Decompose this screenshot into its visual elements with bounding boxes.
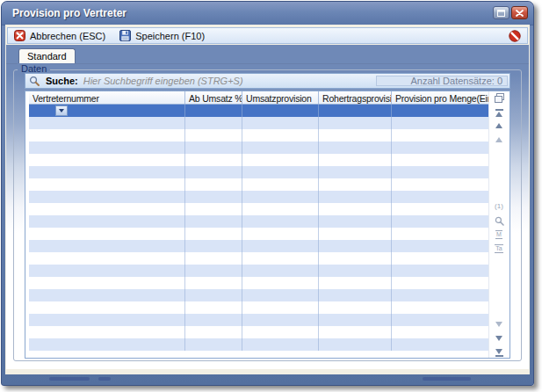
sum-icon[interactable]: M [492, 230, 506, 239]
restore-button[interactable] [493, 6, 509, 19]
table-row[interactable] [29, 142, 490, 154]
groupbox-daten: Daten Suche: Hier Suchbegriff eingeben (… [13, 69, 522, 361]
record-count-value: 0 [497, 76, 502, 86]
client-area: Abbrechen (ESC)Speichern (F10) Standard [5, 25, 530, 374]
record-count: Anzahl Datensätze: 0 [376, 76, 508, 86]
column-header[interactable]: Provision pro Menge(Einheit) [392, 91, 490, 104]
table-row[interactable] [29, 252, 490, 265]
save-label: Speichern (F10) [135, 31, 205, 41]
close-icon [516, 10, 524, 17]
floppy-disk-icon [119, 30, 131, 41]
column-header[interactable]: Rohertragsprovision [319, 91, 392, 104]
table-row[interactable] [29, 326, 490, 338]
count-icon[interactable]: (1) [492, 202, 506, 210]
column-header[interactable]: Ab Umsatz % [185, 91, 242, 104]
app-window: Provision pro Vertreter Abbrechen (ESC)S… [1, 1, 534, 386]
table-row[interactable] [29, 338, 490, 351]
column-header[interactable]: Vertreternummer [29, 91, 185, 104]
selected-row[interactable] [29, 105, 490, 117]
step-down-icon[interactable] [492, 322, 506, 327]
table-row[interactable] [29, 203, 490, 215]
page-down-icon[interactable] [492, 336, 506, 341]
go-first-icon[interactable] [492, 109, 506, 117]
toolbar: Abbrechen (ESC)Speichern (F10) [7, 27, 528, 44]
chevron-down-icon [59, 109, 64, 113]
close-button[interactable] [511, 6, 528, 19]
red-x-icon [14, 30, 25, 41]
cancel-button[interactable]: Abbrechen (ESC) [14, 30, 105, 41]
title-bar: Provision pro Vertreter [2, 2, 533, 25]
table-row[interactable] [29, 154, 490, 166]
step-up-icon[interactable] [492, 137, 506, 142]
grid-header-row: VertreternummerAb Umsatz %Umsatzprovisio… [29, 91, 490, 105]
table-row[interactable] [29, 314, 490, 326]
grid-rows [29, 105, 490, 351]
search-label: Suche: [46, 76, 78, 86]
magnifier-icon [29, 76, 40, 87]
filter-icon[interactable]: Ta [492, 244, 506, 253]
search-input[interactable]: Hier Suchbegriff eingeben (STRG+S) [83, 76, 243, 86]
row-dropdown-button[interactable] [55, 105, 68, 116]
search-bar: Suche: Hier Suchbegriff eingeben (STRG+S… [25, 73, 510, 89]
tab-standard[interactable]: Standard [18, 48, 76, 63]
page-up-icon[interactable] [492, 123, 506, 128]
table-row[interactable] [29, 277, 490, 289]
toolbar-buttons: Abbrechen (ESC)Speichern (F10) [14, 30, 205, 41]
column-header[interactable]: Umsatzprovision [242, 91, 319, 104]
table-row[interactable] [29, 265, 490, 277]
blocked-circle-icon[interactable] [509, 30, 521, 42]
record-count-label: Anzahl Datensätze: [410, 76, 494, 86]
data-grid: VertreternummerAb Umsatz %Umsatzprovisio… [25, 91, 510, 359]
table-row[interactable] [29, 240, 490, 252]
table-row[interactable] [29, 117, 490, 129]
frame-grip [98, 377, 111, 381]
grid-nav-strip: (1)MTa [488, 91, 509, 358]
cancel-label: Abbrechen (ESC) [30, 31, 105, 41]
frame-grip [423, 377, 471, 381]
restore-icon [497, 10, 505, 17]
tab-page: Standard Daten Suche: Hier Suchbeg [6, 45, 529, 369]
table-row[interactable] [29, 215, 490, 228]
table-row[interactable] [29, 129, 490, 142]
search-icon[interactable] [492, 216, 506, 226]
table-row[interactable] [29, 301, 490, 314]
frame-grip [49, 377, 90, 381]
go-last-icon[interactable] [492, 349, 506, 357]
table-row[interactable] [29, 178, 490, 191]
tab-divider [6, 63, 529, 64]
screen: Provision pro Vertreter Abbrechen (ESC)S… [0, 0, 542, 392]
window-title: Provision pro Vertreter [12, 7, 126, 19]
table-row[interactable] [29, 191, 490, 203]
table-row[interactable] [29, 289, 490, 301]
select-all-icon[interactable] [492, 93, 506, 103]
table-row[interactable] [29, 228, 490, 240]
save-button[interactable]: Speichern (F10) [119, 30, 205, 41]
table-row[interactable] [29, 166, 490, 178]
